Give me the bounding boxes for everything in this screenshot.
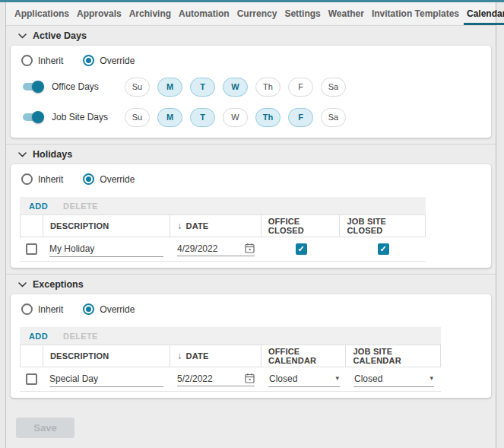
section-exceptions: Exceptions Inherit Override ADD	[6, 274, 496, 398]
select-column-header	[21, 215, 43, 237]
tab-label: Weather	[328, 8, 364, 19]
section-title: Holidays	[33, 149, 72, 160]
column-label: DATE	[186, 351, 209, 361]
column-label: DESCRIPTION	[50, 351, 109, 361]
date-field	[177, 242, 255, 256]
dropdown-arrow-icon: ▾	[335, 375, 339, 382]
radio-circle-icon	[83, 173, 94, 185]
day-pill-t[interactable]: T	[190, 108, 215, 127]
date-column-header[interactable]: ↓DATE	[170, 215, 262, 237]
inherit-radio-label: Inherit	[38, 174, 63, 185]
day-pill-t[interactable]: T	[190, 78, 215, 97]
day-pill-sa[interactable]: Sa	[321, 78, 346, 97]
radio-circle-icon	[21, 303, 33, 315]
day-pill-th[interactable]: Th	[255, 108, 281, 127]
column-label: JOB SITE CLOSED	[347, 217, 418, 235]
tab-currency[interactable]: Currency	[233, 2, 281, 25]
add-button[interactable]: ADD	[29, 202, 48, 211]
row-select-checkbox[interactable]: ✓	[26, 243, 37, 255]
active-days-header[interactable]: Active Days	[6, 26, 496, 45]
inherit-radio[interactable]: Inherit	[21, 303, 63, 315]
exceptions-mode-radios: Inherit Override	[20, 300, 482, 324]
selected-option-label: Closed	[354, 373, 382, 384]
date-input[interactable]	[177, 242, 242, 254]
selected-option-label: Closed	[269, 373, 297, 384]
override-radio[interactable]: Override	[83, 173, 135, 185]
job-site-days-toggle[interactable]	[21, 110, 44, 124]
day-pill-sa[interactable]: Sa	[321, 108, 346, 127]
exceptions-grid-toolbar: ADD DELETE	[20, 327, 441, 345]
description-column-header[interactable]: DESCRIPTION	[43, 345, 170, 367]
radio-circle-icon	[83, 55, 94, 66]
tab-automation[interactable]: Automation	[175, 2, 233, 25]
radio-circle-icon	[83, 303, 94, 315]
job-site-calendar-select[interactable]: Closed ▾	[353, 372, 434, 387]
job-site-days-row: Job Site Days Su M T W Th F Sa	[21, 107, 480, 127]
top-accent-bar	[0, 0, 504, 2]
office-calendar-column-header[interactable]: OFFICE CALENDAR	[262, 345, 347, 367]
office-days-pills: Su M T W Th F Sa	[125, 78, 346, 97]
inherit-radio[interactable]: Inherit	[21, 173, 63, 185]
date-column-header[interactable]: ↓DATE	[170, 345, 262, 367]
tab-archiving[interactable]: Archiving	[125, 2, 175, 25]
select-column-header	[21, 345, 43, 367]
tab-weather[interactable]: Weather	[325, 2, 368, 25]
row-select-checkbox[interactable]: ✓	[26, 373, 37, 385]
description-column-header[interactable]: DESCRIPTION	[43, 215, 170, 237]
override-radio[interactable]: Override	[83, 303, 135, 315]
exceptions-grid: ADD DELETE DESCRIPTION ↓DATE OFFICE CALE…	[20, 327, 441, 392]
section-title: Exceptions	[33, 279, 84, 290]
override-radio-label: Override	[100, 56, 135, 66]
tab-settings[interactable]: Settings	[281, 2, 324, 25]
date-field	[177, 372, 255, 386]
holidays-grid-toolbar: ADD DELETE	[20, 197, 426, 214]
calendar-picker-button[interactable]	[245, 373, 255, 383]
day-pill-f[interactable]: F	[288, 108, 313, 127]
tab-label: Automation	[179, 8, 230, 19]
day-pill-m[interactable]: M	[157, 108, 182, 127]
day-pill-su[interactable]: Su	[125, 108, 150, 127]
description-input[interactable]	[49, 242, 163, 257]
tab-label: Invitation Templates	[372, 8, 459, 19]
sort-descending-icon: ↓	[177, 221, 182, 231]
tab-approvals[interactable]: Approvals	[73, 2, 125, 25]
office-closed-column-header[interactable]: OFFICE CLOSED	[262, 215, 341, 237]
description-input[interactable]	[49, 372, 163, 387]
tab-applications[interactable]: Applications	[11, 2, 73, 25]
day-pill-m[interactable]: M	[157, 78, 182, 97]
toggle-thumb	[32, 81, 44, 93]
delete-button[interactable]: DELETE	[63, 332, 98, 341]
delete-button[interactable]: DELETE	[63, 202, 98, 211]
add-button[interactable]: ADD	[29, 332, 48, 341]
override-radio-label: Override	[100, 304, 135, 315]
office-calendar-select[interactable]: Closed ▾	[268, 372, 340, 387]
override-radio-label: Override	[100, 174, 135, 185]
tab-label: Approvals	[77, 8, 122, 19]
office-days-toggle[interactable]	[21, 80, 44, 94]
tab-invitation-templates[interactable]: Invitation Templates	[368, 2, 463, 25]
day-pill-th[interactable]: Th	[255, 78, 281, 97]
inherit-radio[interactable]: Inherit	[21, 55, 63, 66]
holidays-header[interactable]: Holidays	[6, 145, 496, 164]
table-row: ✓	[20, 367, 441, 392]
tab-calendar[interactable]: Calendar	[463, 2, 504, 25]
job-site-closed-checkbox[interactable]: ✓	[378, 243, 389, 255]
day-pill-su[interactable]: Su	[125, 78, 150, 97]
calendar-icon	[245, 373, 255, 383]
active-days-card: Inherit Override Office Days Su	[11, 46, 491, 138]
override-radio[interactable]: Override	[83, 55, 135, 66]
date-input[interactable]	[177, 372, 242, 384]
day-pill-f[interactable]: F	[288, 78, 313, 97]
job-site-closed-column-header[interactable]: JOB SITE CLOSED	[340, 215, 425, 237]
save-button[interactable]: Save	[16, 418, 74, 438]
job-site-days-label: Job Site Days	[52, 112, 119, 122]
job-site-calendar-column-header[interactable]: JOB SITE CALENDAR	[346, 345, 440, 367]
office-days-label: Office Days	[52, 81, 119, 92]
day-pill-w[interactable]: W	[223, 108, 248, 127]
exceptions-header[interactable]: Exceptions	[6, 275, 496, 294]
calendar-picker-button[interactable]	[245, 243, 255, 253]
tab-label: Settings	[284, 8, 320, 19]
office-closed-checkbox[interactable]: ✓	[296, 243, 307, 255]
office-days-row: Office Days Su M T W Th F Sa	[21, 77, 480, 97]
day-pill-w[interactable]: W	[223, 78, 248, 97]
